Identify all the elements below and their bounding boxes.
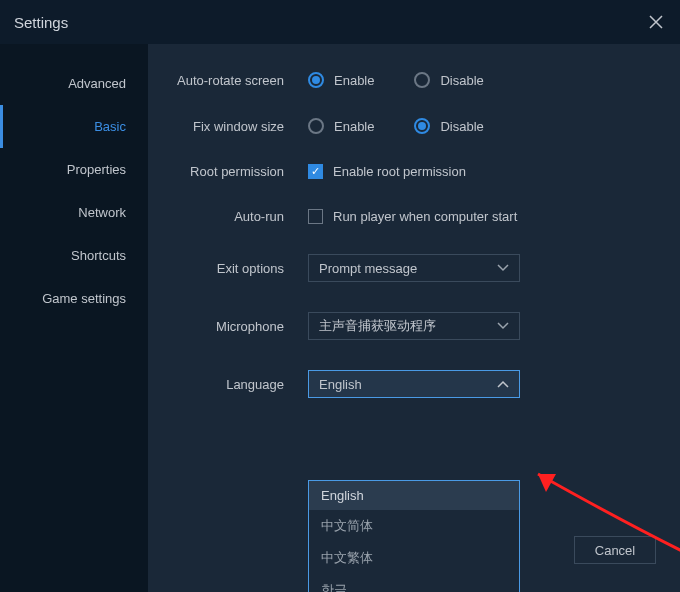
language-option[interactable]: 中文繁体 [309,542,519,574]
auto-rotate-disable-radio[interactable]: Disable [414,72,483,88]
exit-label: Exit options [158,261,308,276]
dropdown-value: Prompt message [319,261,417,276]
close-button[interactable] [646,12,666,32]
microphone-dropdown[interactable]: 主声音捕获驱动程序 [308,312,520,340]
dropdown-value: English [319,377,362,392]
close-icon [649,15,663,29]
language-label: Language [158,377,308,392]
radio-label: Disable [440,73,483,88]
chevron-down-icon [497,262,509,274]
checkbox-icon: ✓ [308,164,323,179]
window-title: Settings [14,14,68,31]
sidebar-item-network[interactable]: Network [0,191,148,234]
mic-label: Microphone [158,319,308,334]
radio-label: Enable [334,119,374,134]
checkbox-label: Enable root permission [333,164,466,179]
chevron-down-icon [497,320,509,332]
sidebar-label: Game settings [42,291,126,306]
sidebar-item-game-settings[interactable]: Game settings [0,277,148,320]
window-size-disable-radio[interactable]: Disable [414,118,483,134]
settings-sidebar: Advanced Basic Properties Network Shortc… [0,44,148,592]
radio-icon [308,72,324,88]
root-label: Root permission [158,164,308,179]
cancel-button[interactable]: Cancel [574,536,656,564]
radio-label: Enable [334,73,374,88]
exit-options-dropdown[interactable]: Prompt message [308,254,520,282]
language-dropdown-list: English 中文简体 中文繁体 한글 日本語 Tiếng Việt [308,480,520,592]
sidebar-item-shortcuts[interactable]: Shortcuts [0,234,148,277]
auto-rotate-label: Auto-rotate screen [158,73,308,88]
sidebar-label: Advanced [68,76,126,91]
sidebar-item-advanced[interactable]: Advanced [0,62,148,105]
radio-label: Disable [440,119,483,134]
autorun-checkbox[interactable]: Run player when computer start [308,209,517,224]
radio-icon [414,72,430,88]
dropdown-value: 主声音捕获驱动程序 [319,317,436,335]
language-option[interactable]: 한글 [309,574,519,592]
annotation-arrow-icon [518,464,680,592]
autorun-label: Auto-run [158,209,308,224]
radio-icon [308,118,324,134]
checkbox-label: Run player when computer start [333,209,517,224]
window-size-label: Fix window size [158,119,308,134]
language-option[interactable]: English [309,481,519,510]
sidebar-item-properties[interactable]: Properties [0,148,148,191]
settings-panel: Auto-rotate screen Enable Disable Fix wi… [148,44,680,592]
radio-icon [414,118,430,134]
sidebar-label: Basic [94,119,126,134]
sidebar-label: Properties [67,162,126,177]
sidebar-label: Shortcuts [71,248,126,263]
language-dropdown[interactable]: English [308,370,520,398]
checkbox-icon [308,209,323,224]
auto-rotate-enable-radio[interactable]: Enable [308,72,374,88]
language-option[interactable]: 中文简体 [309,510,519,542]
root-checkbox[interactable]: ✓Enable root permission [308,164,466,179]
sidebar-item-basic[interactable]: Basic [0,105,148,148]
sidebar-label: Network [78,205,126,220]
window-size-enable-radio[interactable]: Enable [308,118,374,134]
chevron-up-icon [497,378,509,390]
